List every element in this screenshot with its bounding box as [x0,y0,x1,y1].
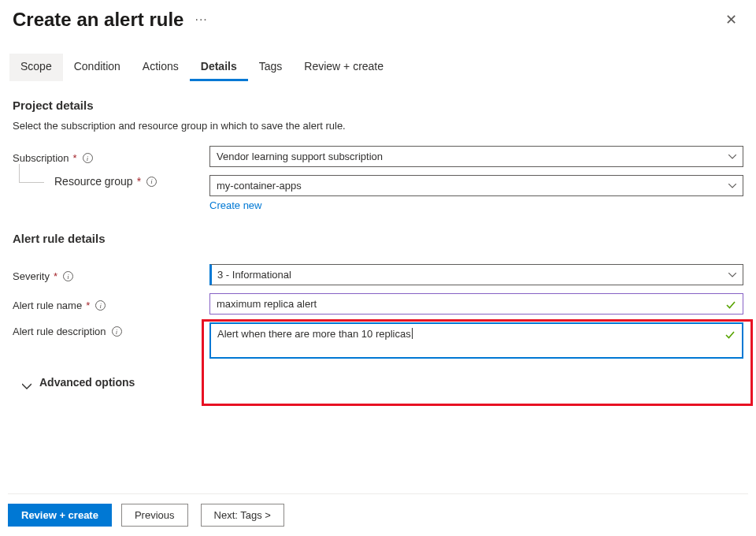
advanced-options-toggle[interactable]: Advanced options [22,376,743,389]
subscription-label: Subscription [13,152,69,164]
tab-actions[interactable]: Actions [132,54,190,81]
create-new-link[interactable]: Create new [209,199,261,211]
tab-review-create[interactable]: Review + create [293,54,395,81]
severity-label: Severity [13,270,50,282]
tab-details[interactable]: Details [190,54,248,81]
project-details-desc: Select the subscription and resource gro… [13,120,743,132]
alert-rule-description-label: Alert rule description [13,326,106,337]
review-create-button[interactable]: Review + create [8,504,112,527]
alert-rule-description-value: Alert when there are more than 10 replic… [217,328,411,340]
info-icon[interactable]: i [112,326,122,337]
tab-scope[interactable]: Scope [9,54,63,81]
subscription-select[interactable]: Vendor learning support subscription [209,146,743,167]
more-actions-button[interactable]: ··· [195,13,207,27]
previous-button[interactable]: Previous [121,504,188,527]
page-title: Create an alert rule [13,9,183,31]
tab-bar: Scope Condition Actions Details Tags Rev… [0,35,756,81]
tree-connector [19,164,44,183]
checkmark-icon [724,329,736,341]
required-star: * [73,152,77,164]
resource-group-value: my-container-apps [217,180,302,192]
checkmark-icon [725,300,736,311]
required-star: * [137,175,141,188]
info-icon[interactable]: i [63,271,73,281]
severity-value: 3 - Informational [217,269,291,281]
chevron-down-icon [728,184,736,188]
alert-rule-name-label: Alert rule name [13,300,82,311]
text-cursor [412,328,413,339]
close-button[interactable]: ✕ [719,8,743,32]
chevron-down-icon [728,154,736,159]
project-details-heading: Project details [13,99,743,112]
tab-tags[interactable]: Tags [248,54,294,81]
required-star: * [86,300,90,311]
footer-bar: Review + create Previous Next: Tags > [8,493,748,527]
tab-condition[interactable]: Condition [63,54,132,81]
resource-group-label: Resource group [54,175,133,188]
subscription-value: Vendor learning support subscription [217,151,383,162]
resource-group-select[interactable]: my-container-apps [209,175,743,196]
severity-select[interactable]: 3 - Informational [209,264,743,285]
advanced-options-label: Advanced options [39,376,135,389]
chevron-down-icon [728,273,736,277]
required-star: * [54,270,57,282]
alert-rule-name-input[interactable]: maximum replica alert [209,293,743,315]
alert-rule-details-heading: Alert rule details [13,232,743,245]
next-button[interactable]: Next: Tags > [201,504,284,527]
info-icon[interactable]: i [95,300,106,311]
alert-rule-description-input[interactable]: Alert when there are more than 10 replic… [209,322,743,359]
info-icon[interactable]: i [146,177,157,187]
info-icon[interactable]: i [83,153,93,163]
chevron-down-icon [22,379,32,385]
alert-rule-name-value: maximum replica alert [217,298,317,310]
